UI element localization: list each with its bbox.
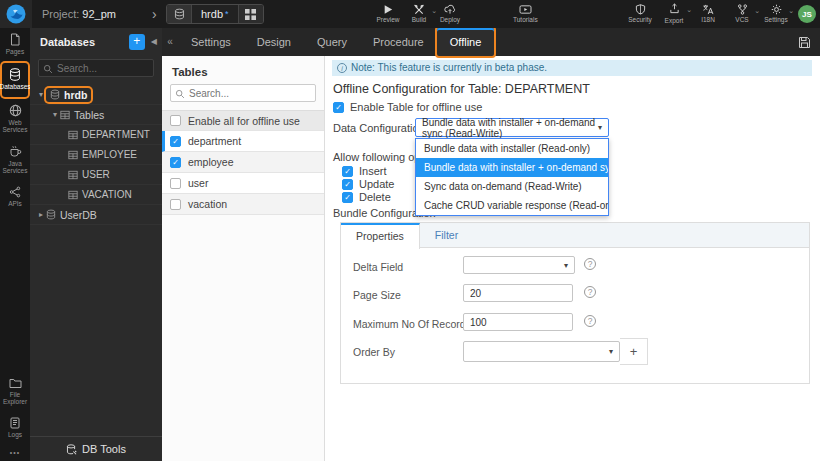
order-by-add-button[interactable]: + — [620, 338, 648, 365]
export-button[interactable]: Export ⌄ — [662, 3, 686, 25]
sidebar-item-java-services[interactable]: Java Services — [0, 140, 30, 181]
tree-node-hrdb[interactable]: ▾ hrdb — [30, 85, 162, 105]
left-rail-bottom: File Explorer Logs ••• — [0, 373, 30, 458]
settings-button[interactable]: Settings ⌄ — [764, 4, 788, 24]
tab-query[interactable]: Query — [304, 28, 360, 56]
tree-node-table[interactable]: DEPARTMENT — [30, 125, 162, 145]
table-row-employee[interactable]: ✓ employee — [162, 152, 324, 173]
service-name: hrdb — [201, 8, 223, 20]
floppy-save-icon — [798, 36, 811, 49]
order-by-select[interactable]: ▾ — [463, 341, 620, 362]
modified-indicator: * — [225, 9, 229, 19]
sidebar-item-databases[interactable]: Databases — [2, 63, 28, 96]
chevron-down-icon: ⌄ — [754, 7, 760, 14]
dropdown-option[interactable]: Sync data on-demand (Read-Write) — [416, 177, 608, 196]
department-checkbox[interactable]: ✓ — [170, 136, 181, 147]
delta-field-help-icon[interactable]: ? — [584, 258, 596, 270]
topbar: Project: 92_pm › hrdb* Preview Build ⌄ — [0, 0, 820, 28]
max-records-help-icon[interactable]: ? — [584, 315, 596, 327]
vcs-button[interactable]: VCS ⌄ — [730, 4, 754, 24]
tree-node-table[interactable]: VACATION — [30, 185, 162, 205]
tree-expanded-icon[interactable]: ▾ — [50, 110, 60, 119]
tutorials-button[interactable]: Tutorials — [513, 4, 538, 24]
user-avatar[interactable]: JS — [798, 5, 816, 23]
app-logo[interactable] — [0, 0, 32, 28]
table-row-label: department — [188, 135, 241, 147]
security-button[interactable]: Security — [628, 4, 652, 24]
enable-table-checkbox[interactable]: ✓ — [333, 102, 344, 113]
databases-search-input[interactable] — [39, 60, 153, 76]
folder-icon — [9, 378, 22, 389]
bundle-panel-tabs: Properties Filter — [341, 223, 809, 248]
page-size-help-icon[interactable]: ? — [584, 286, 596, 298]
page-size-input[interactable] — [463, 284, 573, 302]
update-operation-row[interactable]: ✓ Update — [342, 178, 394, 190]
save-button[interactable] — [798, 28, 820, 56]
tree-node-userdb[interactable]: ▸ UserDB — [30, 205, 162, 225]
db-tools-button[interactable]: DB Tools — [30, 436, 162, 461]
deploy-button[interactable]: Deploy — [438, 4, 462, 24]
tree-node-tables-group[interactable]: ▾ Tables — [30, 105, 162, 125]
service-selector[interactable]: hrdb* — [166, 4, 264, 24]
collapse-tree-icon[interactable]: « — [162, 28, 178, 56]
dropdown-option[interactable]: Bundle data with installer (Read-only) — [416, 139, 608, 158]
max-records-input[interactable] — [463, 313, 573, 331]
tree-node-table[interactable]: USER — [30, 165, 162, 185]
employee-checkbox[interactable]: ✓ — [170, 157, 181, 168]
delete-checkbox[interactable]: ✓ — [342, 192, 353, 203]
tab-procedure[interactable]: Procedure — [360, 28, 437, 56]
bundle-configuration-panel: Properties Filter Delta Field ▾ ? Page S… — [340, 222, 810, 384]
i18n-button[interactable]: I18N — [696, 4, 720, 24]
dropdown-option[interactable]: Cache CRUD variable response (Read-only) — [416, 196, 608, 215]
sidebar-item-pages[interactable]: Pages — [0, 28, 30, 61]
vacation-checkbox[interactable] — [170, 199, 181, 210]
tab-design[interactable]: Design — [244, 28, 304, 56]
dropdown-option-selected[interactable]: Bundle data with installer + on-demand s… — [416, 158, 608, 177]
project-name: 92_pm — [82, 8, 116, 20]
add-database-button[interactable]: + — [129, 34, 145, 50]
info-icon: i — [337, 63, 347, 73]
sidebar-item-file-explorer[interactable]: File Explorer — [0, 373, 30, 412]
delete-operation-row[interactable]: ✓ Delete — [342, 191, 391, 203]
tables-search[interactable] — [170, 84, 316, 102]
table-row-department[interactable]: ✓ department — [162, 131, 324, 152]
shield-icon — [635, 4, 646, 15]
table-icon — [60, 110, 70, 120]
insert-operation-row[interactable]: ✓ Insert — [342, 165, 387, 177]
tree-node-table[interactable]: EMPLOYEE — [30, 145, 162, 165]
data-configuration-select[interactable]: Bundle data with installer + on-demand s… — [415, 118, 609, 137]
data-configuration-dropdown: Bundle data with installer (Read-only) B… — [415, 138, 609, 216]
tree-node-label: EMPLOYEE — [82, 149, 137, 160]
tables-search-input[interactable] — [171, 85, 315, 101]
sidebar-item-apis[interactable]: APIs — [0, 181, 30, 213]
preview-button[interactable]: Preview — [376, 4, 400, 24]
enable-all-checkbox[interactable] — [170, 115, 181, 126]
tree-node-label: DEPARTMENT — [82, 129, 150, 140]
more-options-button[interactable]: ••• — [0, 444, 30, 458]
update-checkbox[interactable]: ✓ — [342, 179, 353, 190]
tree-collapsed-icon[interactable]: ▸ — [36, 210, 46, 219]
table-row-label: vacation — [188, 198, 227, 210]
tab-filter[interactable]: Filter — [420, 223, 473, 247]
grid-icon[interactable] — [238, 5, 263, 23]
enable-all-row[interactable]: Enable all for offline use — [162, 110, 324, 131]
tab-properties[interactable]: Properties — [341, 223, 420, 249]
databases-search[interactable] — [38, 59, 154, 77]
table-row-vacation[interactable]: vacation — [162, 194, 324, 215]
delta-field-select[interactable]: ▾ — [463, 256, 575, 274]
table-row-user[interactable]: user — [162, 173, 324, 194]
enable-table-row[interactable]: ✓ Enable Table for offline use — [333, 101, 482, 113]
user-checkbox[interactable] — [170, 178, 181, 189]
tree-expanded-icon[interactable]: ▾ — [36, 90, 46, 99]
insert-checkbox[interactable]: ✓ — [342, 166, 353, 177]
tab-offline[interactable]: Offline — [437, 28, 495, 56]
tab-settings[interactable]: Settings — [178, 28, 244, 56]
gear-icon — [771, 4, 782, 15]
collapse-panel-icon[interactable]: ◀ — [151, 37, 157, 46]
insert-label: Insert — [359, 165, 387, 177]
sidebar-item-web-services[interactable]: Web Services — [0, 99, 30, 140]
sidebar-item-logs[interactable]: Logs — [0, 412, 30, 444]
project-label: Project: — [42, 8, 79, 20]
globe-icon — [9, 104, 22, 117]
build-button[interactable]: Build ⌄ — [407, 4, 431, 24]
